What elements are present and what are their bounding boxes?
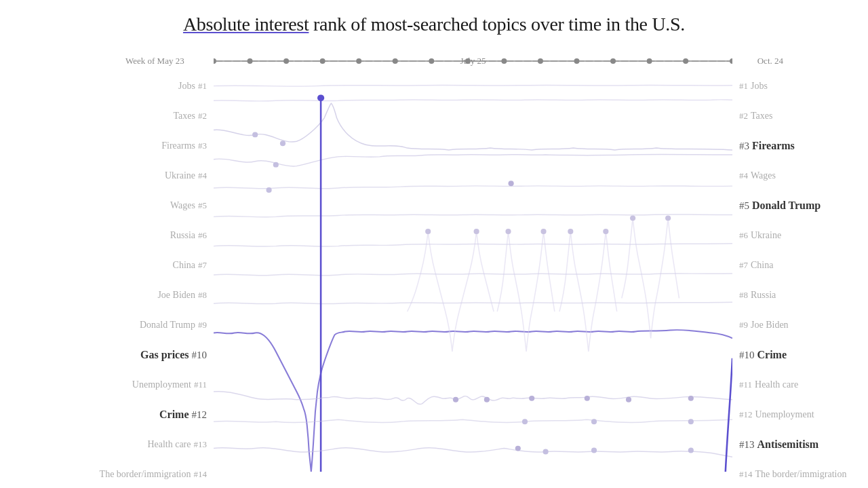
svg-point-34 (591, 448, 597, 453)
left-label-row: Firearms#3 (0, 131, 214, 161)
topic-name: Ukraine (751, 230, 781, 241)
rank-label: #5 (739, 200, 749, 212)
topic-name: The border/immigration (100, 469, 191, 480)
main-container: Absolute interest rank of most-searched … (0, 0, 868, 488)
left-label-row: Jobs#1 (0, 71, 214, 101)
left-label-row: Ukraine#4 (0, 161, 214, 191)
timeline-end: Oct. 24 (757, 56, 783, 67)
right-label: #10Crime (732, 349, 868, 361)
left-label: Gas prices#10 (0, 349, 214, 361)
svg-point-7 (429, 58, 434, 64)
right-label: #3Firearms (732, 140, 868, 152)
left-label: Taxes#2 (0, 111, 214, 121)
svg-point-26 (522, 419, 528, 424)
left-label: Donald Trump#9 (0, 320, 214, 331)
svg-point-42 (665, 215, 671, 221)
topic-name: Donald Trump (752, 200, 821, 212)
right-label-row: #10Crime (732, 340, 868, 370)
right-label: #9Joe Biden (732, 320, 868, 331)
right-label: #14The border/immigration (732, 469, 868, 480)
topic-name: The border/immigration (755, 469, 847, 480)
svg-point-18 (280, 140, 285, 146)
left-label: Wages#5 (0, 200, 214, 211)
left-label-row: Gas prices#10 (0, 340, 214, 370)
svg-point-27 (591, 419, 597, 424)
right-label-row: #9Joe Biden (732, 310, 868, 340)
left-label-row: Joe Biden#8 (0, 280, 214, 310)
topic-name: Ukraine (165, 170, 195, 181)
right-label-row: #12Unemployment (732, 400, 868, 430)
topic-name: Gas prices (140, 349, 189, 361)
svg-point-4 (320, 58, 326, 64)
svg-point-35 (425, 229, 431, 234)
left-label-row: Donald Trump#9 (0, 310, 214, 340)
svg-point-1 (214, 58, 216, 64)
rank-label: #2 (739, 111, 748, 121)
left-label-row: Health care#13 (0, 430, 214, 459)
svg-point-19 (273, 162, 279, 168)
rank-label: #10 (739, 350, 755, 361)
left-label: China#7 (0, 260, 214, 271)
svg-point-5 (356, 58, 361, 64)
topic-name: Russia (170, 230, 195, 241)
topic-name: Antisemitism (757, 438, 819, 451)
rank-label: #2 (198, 111, 207, 121)
left-label-row: Crime#12 (0, 400, 214, 430)
svg-point-24 (626, 397, 631, 402)
topic-name: Donald Trump (140, 320, 195, 331)
topic-name: Health care (755, 379, 798, 390)
left-labels: Jobs#1Taxes#2Firearms#3Ukraine#4Wages#5R… (0, 71, 214, 488)
rank-label: #4 (198, 170, 207, 181)
rank-label: #13 (739, 439, 755, 451)
svg-point-41 (630, 215, 635, 221)
svg-point-29 (453, 397, 458, 402)
chart-area: Week of May 23 (0, 48, 868, 475)
rank-label: #8 (739, 290, 748, 301)
rank-label: #9 (198, 320, 207, 331)
topic-name: Unemployment (755, 409, 814, 420)
rank-label: #11 (739, 379, 752, 390)
svg-point-21 (509, 181, 514, 186)
right-label: #13Antisemitism (732, 438, 868, 451)
chart-svg (214, 71, 732, 472)
left-label-row: China#7 (0, 250, 214, 280)
topic-name: Health care (147, 439, 191, 450)
rank-label: #9 (739, 320, 748, 331)
right-label: #5Donald Trump (732, 200, 868, 212)
topic-name: Taxes (174, 111, 195, 121)
svg-point-16 (317, 94, 324, 101)
topic-name: Jobs (178, 81, 195, 92)
right-label-row: #8Russia (732, 280, 868, 310)
right-label-row: #6Ukraine (732, 221, 868, 250)
svg-point-40 (603, 229, 608, 234)
svg-point-14 (683, 58, 688, 64)
rank-label: #6 (739, 230, 748, 241)
svg-point-13 (647, 58, 652, 64)
left-label-row: Unemployment#11 (0, 370, 214, 400)
right-label-row: #7China (732, 250, 868, 280)
timeline-start: Week of May 23 (125, 56, 184, 67)
left-label: Russia#6 (0, 230, 214, 241)
title-underlined: Absolute interest (183, 14, 309, 35)
topic-name: Unemployment (132, 379, 191, 390)
topic-name: Wages (751, 170, 776, 181)
rank-label: #5 (198, 200, 207, 211)
topic-name: Jobs (751, 81, 768, 92)
topic-name: Crime (159, 409, 189, 421)
svg-point-9 (501, 58, 507, 64)
left-label: The border/immigration#14 (0, 469, 214, 480)
right-label: #11Health care (732, 379, 868, 390)
right-label-row: #4Wages (732, 161, 868, 191)
svg-point-28 (688, 419, 694, 424)
left-label: Unemployment#11 (0, 379, 214, 390)
rank-label: #14 (739, 469, 753, 480)
right-label-row: #3Firearms (732, 131, 868, 161)
right-label: #1Jobs (732, 81, 868, 92)
svg-point-6 (393, 58, 398, 64)
rank-label: #4 (739, 170, 748, 181)
timeline: Week of May 23 (214, 54, 732, 68)
rank-label: #11 (194, 379, 207, 390)
topic-name: China (173, 260, 195, 271)
left-label: Jobs#1 (0, 81, 214, 92)
timeline-mid: July 25 (460, 56, 486, 67)
